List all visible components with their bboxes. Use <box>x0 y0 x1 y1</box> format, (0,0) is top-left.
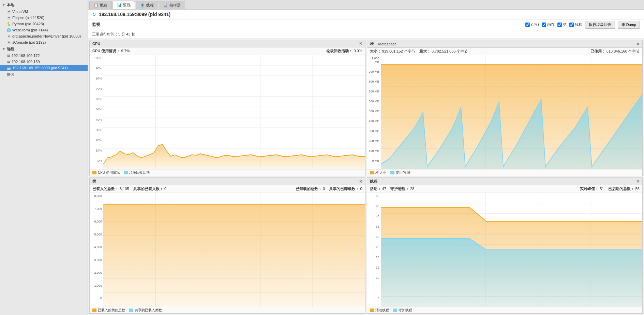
heap-chart-area: 1,000 MB900 MB800 MB700 MB600 MB500 MB40… <box>367 55 643 169</box>
local-label: 本地 <box>7 2 14 8</box>
sidebar-item-snapshot[interactable]: 快照 <box>0 71 88 78</box>
thread-y-axis: 50454035302520151050 <box>367 193 381 307</box>
sidebar-item-local[interactable]: ☕Eclipse (pid 11520) <box>0 15 88 21</box>
sidebar-item-local[interactable]: 🌐WebStorm (pid 7144) <box>0 27 88 33</box>
local-section-header: ▼ 本地 <box>0 1 88 9</box>
local-items-container: ☕VisualVM☕Eclipse (pid 11520)🐍Python (pi… <box>0 9 88 45</box>
cpu-checkbox-label[interactable]: CPU <box>525 23 539 27</box>
sidebar-item-local[interactable]: ☕org.apache.jmeter.NewDriver (pid 16060) <box>0 33 88 39</box>
monitor-controls: CPU 内存 类 线程 执行垃圾回收 堆 Dump <box>525 21 640 29</box>
legend-item: 共享的已装入类数 <box>129 308 162 313</box>
sidebar-item-remote[interactable]: 🖥192.168.109.159 <box>0 59 88 65</box>
heap-panel-close[interactable]: ✕ <box>636 42 640 46</box>
class-label: 类 <box>563 22 567 27</box>
cpu-panel-header: CPU ✕ <box>90 40 365 47</box>
class-panel-close[interactable]: ✕ <box>359 179 362 184</box>
class-checkbox-label[interactable]: 类 <box>557 22 567 27</box>
thread-panel-close[interactable]: ✕ <box>636 179 640 184</box>
heap-y-axis: 1,000 MB900 MB800 MB700 MB600 MB500 MB40… <box>367 55 381 169</box>
remote-items-container: 🖥192.168.109.172🖥192.168.109.159☕192.168… <box>0 53 88 71</box>
class-chart: 15:54:0015:54:3015:55:0015:55:3015:56:00 <box>103 193 365 307</box>
legend-item: 使用的 堆 <box>390 170 410 175</box>
tab-线程[interactable]: 🧵线程 <box>136 1 158 9</box>
snapshot-label: 快照 <box>7 72 14 77</box>
class-legend: 已装入的类的总数共享的已装入类数 <box>90 307 365 313</box>
thread-legend: 活动线程守护线程 <box>367 307 643 313</box>
class-panel-header: 类 ✕ <box>90 178 365 185</box>
heap-panel: 堆 Metaspace ✕ 大小： 919,601,152 个字节 最大： 3,… <box>367 40 643 176</box>
legend-item: 堆 大小 <box>370 170 387 175</box>
sidebar-item-remote[interactable]: 🖥192.168.109.172 <box>0 53 88 59</box>
sidebar-item-local[interactable]: ☕VisualVM <box>0 9 88 15</box>
gc-button[interactable]: 执行垃圾回收 <box>585 21 615 29</box>
monitor-section: 监视 CPU 内存 类 线程 执行垃圾回收 堆 Dump <box>88 19 644 30</box>
legend-item: 守护线程 <box>393 308 412 313</box>
sidebar-item-local[interactable]: 🐍Python (pid 20428) <box>0 21 88 27</box>
thread-label: 线程 <box>575 22 582 27</box>
heap-size-stat: 大小： 919,601,152 个字节 最大： 3,702,521,856 个字… <box>370 49 468 54</box>
cpu-checkbox[interactable] <box>525 23 530 27</box>
class-y-axis: 8,0007,0006,0005,0004,0003,0002,0001,000… <box>90 193 103 307</box>
thread-chart-area: 50454035302520151050 <box>367 193 643 307</box>
thread-checkbox[interactable] <box>569 23 574 27</box>
heap-dump-button[interactable]: 堆 Dump <box>618 21 640 29</box>
thread-panel: 线程 ✕ 活动： 47 守护进程： 28 实时峰值： 51 已启动的总数： <box>367 177 643 314</box>
thread-panel-title: 线程 <box>370 179 377 184</box>
process-title: 192.168.109.159:8099 (pid 9241) <box>99 12 170 17</box>
tabs-container: 📋概述📊监视🧵线程🔬抽样器 <box>89 1 185 9</box>
remote-label: 远程 <box>7 46 14 52</box>
cpu-panel-title: CPU <box>92 42 100 46</box>
heap-chart: 15:54:0015:54:3015:55:0015:55:3015:56:00 <box>381 55 643 169</box>
class-unloaded-stat: 已卸载的总数： 0 共享的已卸载数： 0 <box>296 186 362 191</box>
legend-item: 已装入的类的总数 <box>92 308 125 313</box>
thread-checkbox-label[interactable]: 线程 <box>569 22 582 27</box>
class-loaded-stat: 已装入的总数： 8,105 共享的已装入数： 0 <box>92 186 166 191</box>
cpu-usage-stat: CPU 使用情况： 9.7% <box>92 48 130 54</box>
cpu-chart: 15:54:0015:54:3015:55:0015:55:3015:56:00 <box>103 55 365 169</box>
charts-grid: CPU ✕ CPU 使用情况： 9.7% 垃圾回收活动： 0.0% 100%90… <box>88 39 644 315</box>
remote-section-header: ▼ 远程 <box>0 45 88 53</box>
expand-icon-remote: ▼ <box>2 47 5 51</box>
heap-used-stat: 已使用： 513,846,160 个字节 <box>590 49 640 54</box>
memory-checkbox-label[interactable]: 内存 <box>542 22 555 27</box>
cpu-stats: CPU 使用情况： 9.7% 垃圾回收活动： 0.0% <box>90 47 365 55</box>
sidebar-item-remote[interactable]: ☕192.168.109.159:8099 (pid 9241) <box>0 65 88 71</box>
legend-item: 垃圾回收活动 <box>124 170 150 175</box>
refresh-icon[interactable]: ↻ <box>92 12 96 17</box>
process-header: ↻ 192.168.109.159:8099 (pid 9241) <box>88 10 644 19</box>
class-checkbox[interactable] <box>557 23 562 27</box>
tab-概述[interactable]: 📋概述 <box>89 1 112 9</box>
tab-监视[interactable]: 📊监视 <box>113 1 135 9</box>
heap-stats: 大小： 919,601,152 个字节 最大： 3,702,521,856 个字… <box>367 48 643 55</box>
thread-realtime-stat: 实时峰值： 51 已启动的总数： 56 <box>580 186 640 191</box>
thread-active-stat: 活动： 47 守护进程： 28 <box>370 186 415 191</box>
tab-抽样器[interactable]: 🔬抽样器 <box>159 1 185 9</box>
legend-item: CPU 使用情况 <box>92 170 120 175</box>
legend-item: 活动线程 <box>370 308 389 313</box>
cpu-legend: CPU 使用情况垃圾回收活动 <box>90 169 365 176</box>
memory-label: 内存 <box>547 22 555 27</box>
thread-chart: 15:54:0015:54:3015:55:0015:55:3015:56:00 <box>381 193 643 307</box>
sidebar-item-local[interactable]: ☕JConsole (pid 2192) <box>0 39 88 45</box>
class-panel-title: 类 <box>92 179 96 184</box>
uptime-text: 正常运行时间：5 分 43 秒 <box>92 32 135 36</box>
cpu-panel-close[interactable]: ✕ <box>359 41 362 46</box>
cpu-chart-area: 100%90%80%70%60%50%40%30%20%10%0% <box>90 55 365 169</box>
cpu-label: CPU <box>531 23 539 27</box>
svg-marker-41 <box>103 204 365 307</box>
main-content: 📋概述📊监视🧵线程🔬抽样器 ↻ 192.168.109.159:8099 (pi… <box>88 0 644 315</box>
thread-panel-header: 线程 ✕ <box>367 178 643 185</box>
tab-bar: 📋概述📊监视🧵线程🔬抽样器 <box>88 0 644 10</box>
heap-legend: 堆 大小使用的 堆 <box>367 169 643 176</box>
heap-panel-header: 堆 Metaspace ✕ <box>367 40 643 48</box>
thread-svg <box>381 193 643 307</box>
monitor-label: 监视 <box>92 22 100 28</box>
cpu-y-axis: 100%90%80%70%60%50%40%30%20%10%0% <box>90 55 103 169</box>
cpu-panel: CPU ✕ CPU 使用情况： 9.7% 垃圾回收活动： 0.0% 100%90… <box>89 40 365 176</box>
heap-panel-tab2: Metaspace <box>378 42 397 46</box>
cpu-svg <box>103 55 365 169</box>
memory-checkbox[interactable] <box>542 23 546 27</box>
heap-svg <box>381 55 643 169</box>
expand-icon: ▼ <box>2 3 5 7</box>
cpu-gc-stat: 垃圾回收活动： 0.0% <box>326 48 362 54</box>
